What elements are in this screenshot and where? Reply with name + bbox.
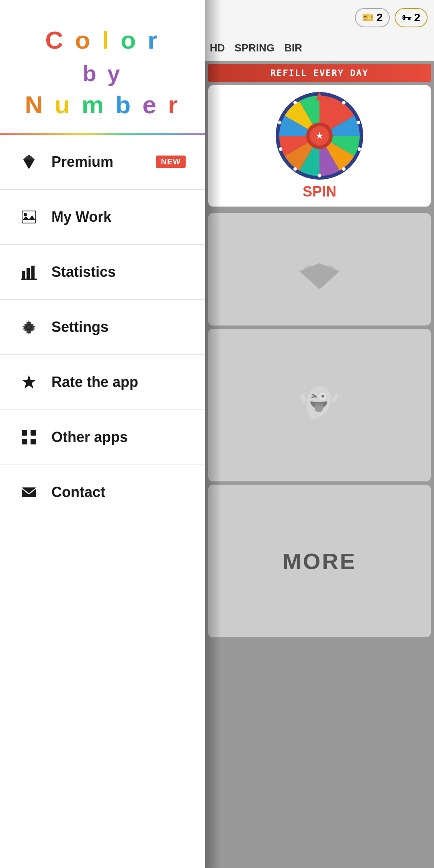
menu-item-other-apps[interactable]: Other apps [0, 410, 205, 465]
rate-label: Rate the app [51, 374, 138, 391]
refill-banner: REFILL EVERY DAY [208, 64, 431, 82]
tabs-row: HD SPRING BIR [205, 35, 434, 61]
statistics-label: Statistics [51, 264, 116, 280]
contact-label: Contact [51, 484, 105, 501]
key-badge[interactable]: 🗝 2 [395, 8, 428, 27]
svg-point-6 [342, 101, 346, 104]
svg-point-9 [342, 167, 346, 171]
svg-point-13 [278, 121, 282, 125]
ticket-count: 2 [377, 11, 383, 24]
svg-rect-30 [31, 430, 36, 436]
svg-point-7 [356, 121, 360, 125]
title-line-2: b y [16, 57, 189, 89]
bar-chart-icon [19, 262, 39, 282]
ticket-badge[interactable]: 🎫 2 [355, 8, 390, 27]
menu-item-settings[interactable]: Settings [0, 300, 205, 355]
svg-point-11 [293, 167, 297, 171]
content-card-2[interactable]: 👻 [208, 329, 431, 481]
drawer-header: C o l o r b y N u m b e r [0, 0, 205, 135]
my-work-label: My Work [51, 209, 111, 225]
menu-item-premium[interactable]: Premium NEW [0, 135, 205, 190]
overlay-shadow [205, 0, 221, 868]
right-panel: 🎫 2 🗝 2 HD SPRING BIR REFILL EVERY DAY [205, 0, 434, 868]
left-drawer: C o l o r b y N u m b e r [0, 0, 205, 868]
menu-item-statistics[interactable]: Statistics [0, 245, 205, 300]
svg-point-10 [318, 174, 321, 178]
svg-point-14 [293, 101, 297, 104]
svg-point-12 [279, 147, 283, 151]
svg-rect-23 [27, 268, 30, 279]
star-icon [19, 373, 39, 392]
menu-item-my-work[interactable]: My Work [0, 190, 205, 245]
svg-rect-29 [22, 430, 27, 436]
key-count: 2 [414, 11, 420, 24]
svg-rect-20 [23, 211, 35, 223]
svg-text:★: ★ [316, 131, 323, 140]
menu-item-contact[interactable]: Contact [0, 465, 205, 520]
settings-label: Settings [51, 319, 108, 336]
svg-point-21 [24, 213, 27, 216]
gear-icon [19, 317, 39, 337]
spin-section: ★ SPIN [208, 85, 431, 207]
content-card-3[interactable]: MORE [208, 485, 431, 637]
spin-button[interactable]: SPIN [303, 183, 336, 200]
svg-rect-22 [22, 271, 25, 279]
other-apps-label: Other apps [51, 429, 128, 446]
ticket-icon: 🎫 [362, 12, 374, 23]
app-title: C o l o r b y N u m b e r [16, 24, 189, 121]
mail-icon [19, 483, 39, 502]
tab-bir[interactable]: BIR [284, 42, 302, 54]
svg-point-8 [358, 147, 361, 151]
content-card-1[interactable] [208, 213, 431, 326]
new-badge: NEW [156, 156, 186, 168]
title-line-3: N u m b e r [16, 89, 189, 121]
svg-rect-33 [22, 487, 36, 497]
svg-rect-31 [22, 439, 27, 444]
premium-label: Premium [51, 154, 113, 170]
tab-spring[interactable]: SPRING [235, 42, 275, 54]
menu-item-rate[interactable]: Rate the app [0, 355, 205, 410]
title-line-1: C o l o r [16, 24, 189, 57]
ghost-image: 👻 [299, 386, 340, 424]
menu-items: Premium NEW My Work [0, 135, 205, 868]
svg-marker-28 [22, 375, 36, 389]
spin-wheel[interactable]: ★ [275, 92, 364, 180]
image-icon [19, 207, 39, 227]
more-text: MORE [283, 548, 356, 574]
diamond-icon [19, 152, 39, 172]
key-icon: 🗝 [402, 12, 411, 23]
content-cards: 👻 MORE [205, 210, 434, 641]
svg-rect-32 [31, 439, 36, 444]
svg-rect-24 [31, 266, 35, 279]
grid-icon [19, 428, 39, 447]
right-header: 🎫 2 🗝 2 [205, 0, 434, 35]
